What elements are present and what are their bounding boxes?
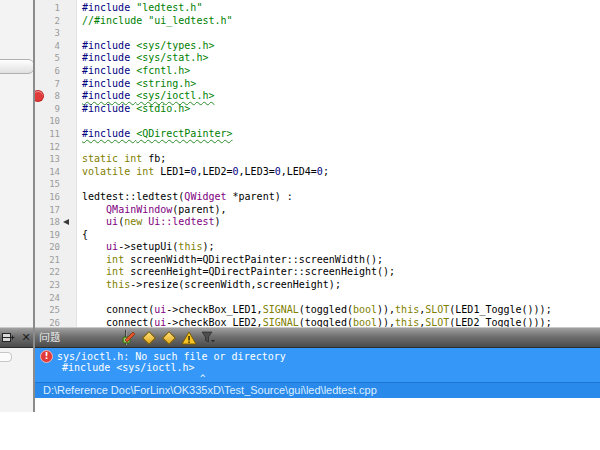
code-text[interactable]: static int fb; bbox=[76, 153, 600, 166]
code-line[interactable]: 3 bbox=[35, 27, 600, 40]
issue-row[interactable]: ! sys/ioctl.h: No such file or directory bbox=[35, 348, 600, 362]
code-line[interactable]: 14volatile int LED1=0,LED2=0,LED3=0,LED4… bbox=[35, 166, 600, 179]
gutter-marker-column[interactable] bbox=[35, 279, 45, 292]
line-number[interactable]: 26 bbox=[45, 317, 60, 327]
fold-margin[interactable] bbox=[60, 52, 76, 65]
code-text[interactable]: #include <sys/stat.h> bbox=[76, 52, 600, 65]
line-number[interactable]: 1 bbox=[45, 2, 60, 15]
gutter-marker-column[interactable] bbox=[35, 65, 45, 78]
code-editor[interactable]: 1#include "ledtest.h"2//#include "ui_led… bbox=[35, 0, 600, 327]
line-number[interactable]: 13 bbox=[45, 153, 60, 166]
code-text[interactable]: connect(ui->checkBox_LED2,SIGNAL(toggled… bbox=[76, 317, 600, 327]
line-number[interactable]: 5 bbox=[45, 52, 60, 65]
gutter-marker-column[interactable] bbox=[35, 304, 45, 317]
line-number[interactable]: 18 bbox=[45, 216, 60, 229]
fold-margin[interactable] bbox=[60, 90, 76, 103]
line-number[interactable]: 12 bbox=[45, 141, 60, 154]
code-text[interactable]: this->resize(screenWidth,screenHeight); bbox=[76, 279, 600, 292]
code-text[interactable] bbox=[76, 292, 600, 305]
line-number[interactable]: 24 bbox=[45, 292, 60, 305]
line-number[interactable]: 19 bbox=[45, 229, 60, 242]
code-text[interactable]: //#include "ui_ledtest.h" bbox=[76, 15, 600, 28]
code-text[interactable] bbox=[76, 115, 600, 128]
fold-margin[interactable] bbox=[60, 229, 76, 242]
code-text[interactable]: ui(new Ui::ledtest) bbox=[76, 216, 600, 229]
gutter-marker-column[interactable] bbox=[35, 254, 45, 267]
code-line[interactable]: 17 QMainWindow(parent), bbox=[35, 204, 600, 217]
fold-margin[interactable] bbox=[60, 103, 76, 116]
line-number[interactable]: 9 bbox=[45, 103, 60, 116]
annotate-icon[interactable] bbox=[120, 329, 137, 346]
fold-margin[interactable] bbox=[60, 15, 76, 28]
line-number[interactable]: 2 bbox=[45, 15, 60, 28]
gutter-marker-column[interactable] bbox=[35, 52, 45, 65]
line-number[interactable]: 16 bbox=[45, 191, 60, 204]
code-line[interactable]: 10 bbox=[35, 115, 600, 128]
line-number[interactable]: 23 bbox=[45, 279, 60, 292]
line-number[interactable]: 8 bbox=[45, 90, 60, 103]
code-text[interactable]: connect(ui->checkBox_LED1,SIGNAL(toggled… bbox=[76, 304, 600, 317]
code-text[interactable]: ledtest::ledtest(QWidget *parent) : bbox=[76, 191, 600, 204]
gutter-marker-column[interactable] bbox=[35, 153, 45, 166]
fold-margin[interactable] bbox=[60, 115, 76, 128]
code-line[interactable]: 5#include <sys/stat.h> bbox=[35, 52, 600, 65]
line-number[interactable]: 21 bbox=[45, 254, 60, 267]
fold-marker-icon[interactable] bbox=[63, 219, 69, 225]
code-line[interactable]: 11#include <QDirectPainter> bbox=[35, 128, 600, 141]
fold-margin[interactable] bbox=[60, 279, 76, 292]
code-line[interactable]: 23 this->resize(screenWidth,screenHeight… bbox=[35, 279, 600, 292]
code-line[interactable]: 13static int fb; bbox=[35, 153, 600, 166]
sidebar-scrollbar-thumb-small[interactable] bbox=[0, 352, 12, 362]
code-line[interactable]: 20 ui->setupUi(this); bbox=[35, 241, 600, 254]
gutter-marker-column[interactable] bbox=[35, 128, 45, 141]
code-text[interactable]: #include <fcntl.h> bbox=[76, 65, 600, 78]
error-dot-icon[interactable] bbox=[35, 91, 43, 101]
fold-margin[interactable] bbox=[60, 141, 76, 154]
gutter-marker-column[interactable] bbox=[35, 241, 45, 254]
gutter-marker-column[interactable] bbox=[35, 2, 45, 15]
gutter-marker-column[interactable] bbox=[35, 141, 45, 154]
gutter-marker-column[interactable] bbox=[35, 78, 45, 91]
code-line[interactable]: 4#include <sys/types.h> bbox=[35, 40, 600, 53]
gutter-marker-column[interactable] bbox=[35, 204, 45, 217]
fold-margin[interactable] bbox=[60, 304, 76, 317]
code-line[interactable]: 1#include "ledtest.h" bbox=[35, 2, 600, 15]
line-number[interactable]: 25 bbox=[45, 304, 60, 317]
line-number[interactable]: 14 bbox=[45, 166, 60, 179]
fold-margin[interactable] bbox=[60, 216, 76, 229]
gutter-marker-column[interactable] bbox=[35, 90, 45, 103]
issue-file-path[interactable]: D:\Reference Doc\ForLinx\OK335xD\Test_So… bbox=[35, 382, 600, 398]
gutter-marker-column[interactable] bbox=[35, 40, 45, 53]
code-line[interactable]: 16ledtest::ledtest(QWidget *parent) : bbox=[35, 191, 600, 204]
split-icon[interactable] bbox=[1, 329, 15, 346]
line-number[interactable]: 7 bbox=[45, 78, 60, 91]
code-text[interactable]: #include "ledtest.h" bbox=[76, 2, 600, 15]
gutter-marker-column[interactable] bbox=[35, 178, 45, 191]
code-line[interactable]: 25 connect(ui->checkBox_LED1,SIGNAL(togg… bbox=[35, 304, 600, 317]
line-number[interactable]: 11 bbox=[45, 128, 60, 141]
fold-margin[interactable] bbox=[60, 65, 76, 78]
code-text[interactable]: QMainWindow(parent), bbox=[76, 204, 600, 217]
next-item-icon[interactable] bbox=[160, 329, 177, 346]
fold-margin[interactable] bbox=[60, 153, 76, 166]
line-number[interactable]: 10 bbox=[45, 115, 60, 128]
code-line[interactable]: 15 bbox=[35, 178, 600, 191]
fold-margin[interactable] bbox=[60, 292, 76, 305]
gutter-marker-column[interactable] bbox=[35, 115, 45, 128]
close-icon[interactable]: ✕ bbox=[19, 329, 33, 346]
code-line[interactable]: 26 connect(ui->checkBox_LED2,SIGNAL(togg… bbox=[35, 317, 600, 327]
fold-margin[interactable] bbox=[60, 2, 76, 15]
code-text[interactable] bbox=[76, 178, 600, 191]
gutter-marker-column[interactable] bbox=[35, 266, 45, 279]
fold-margin[interactable] bbox=[60, 204, 76, 217]
code-text[interactable]: int screenHeight=QDirectPainter::screenH… bbox=[76, 266, 600, 279]
fold-margin[interactable] bbox=[60, 266, 76, 279]
fold-margin[interactable] bbox=[60, 40, 76, 53]
fold-margin[interactable] bbox=[60, 191, 76, 204]
gutter-marker-column[interactable] bbox=[35, 166, 45, 179]
code-line[interactable]: 12 bbox=[35, 141, 600, 154]
code-line[interactable]: 9#include <stdio.h> bbox=[35, 103, 600, 116]
fold-margin[interactable] bbox=[60, 27, 76, 40]
code-text[interactable]: ui->setupUi(this); bbox=[76, 241, 600, 254]
show-warnings-icon[interactable] bbox=[180, 329, 197, 346]
